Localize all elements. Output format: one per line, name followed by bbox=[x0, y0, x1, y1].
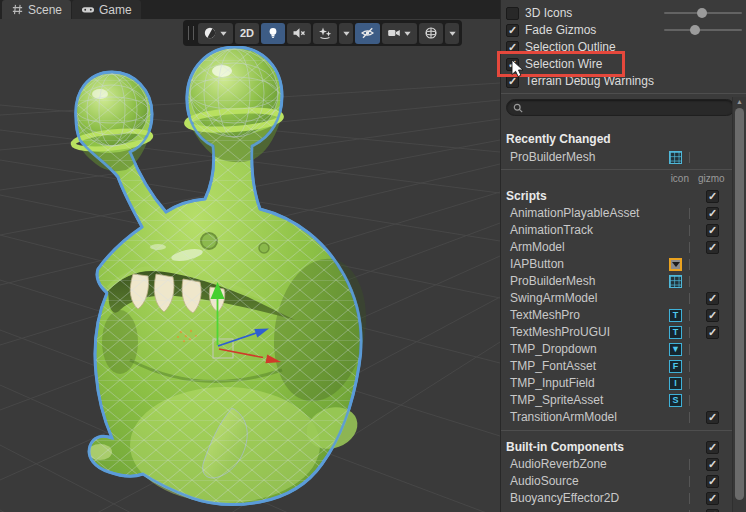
toolbar-drag-handle[interactable] bbox=[188, 26, 194, 40]
panel-scrollbar[interactable]: ▲ bbox=[732, 97, 746, 512]
gizmo-list-row[interactable]: TMP_InputFieldI bbox=[501, 375, 733, 392]
recently-changed-list: ProBuilderMesh bbox=[501, 149, 733, 166]
gizmo-list-row[interactable]: TMP_SpriteAssetS bbox=[501, 392, 733, 409]
gizmo-checkbox[interactable]: ✓ bbox=[706, 207, 719, 220]
checkbox[interactable]: ✓ bbox=[506, 7, 519, 20]
probuilder-grid-icon[interactable] bbox=[669, 275, 682, 288]
chevron-down-icon bbox=[342, 29, 351, 38]
scene-toolbar: 2D bbox=[183, 20, 462, 46]
column-divider bbox=[689, 152, 690, 163]
column-divider bbox=[689, 225, 690, 236]
divider bbox=[501, 169, 746, 170]
gizmo-list-row[interactable]: AnimationTrack✓ bbox=[501, 222, 733, 239]
gizmo-list-row[interactable]: ✓ bbox=[501, 507, 733, 512]
gizmo-checkbox[interactable]: ✓ bbox=[706, 241, 719, 254]
gizmo-search[interactable] bbox=[506, 99, 735, 116]
tmp-icon[interactable]: F bbox=[669, 360, 682, 373]
tab-scene[interactable]: Scene bbox=[2, 0, 71, 19]
gizmo-list-row[interactable]: AudioReverbZone✓ bbox=[501, 456, 733, 473]
tmp-icon[interactable]: T bbox=[669, 326, 682, 339]
checkbox[interactable]: ✓ bbox=[506, 24, 519, 37]
gizmo-checkbox[interactable]: ✓ bbox=[706, 441, 719, 454]
gizmo-list-row[interactable]: AnimationPlayableAsset✓ bbox=[501, 205, 733, 222]
gizmo-list-row[interactable]: TMP_Dropdown▼ bbox=[501, 341, 733, 358]
gizmo-checkbox[interactable]: ✓ bbox=[706, 326, 719, 339]
row-name: IAPButton bbox=[510, 256, 564, 273]
gizmo-list-row[interactable]: TextMeshProT✓ bbox=[501, 307, 733, 324]
gizmo-checkbox[interactable]: ✓ bbox=[706, 411, 719, 424]
scene-audio-button[interactable] bbox=[287, 23, 311, 44]
tab-game-label: Game bbox=[99, 3, 132, 17]
shading-mode-button[interactable] bbox=[198, 23, 233, 44]
slider[interactable] bbox=[664, 8, 742, 18]
toggle-3d-icons: ✓3D Icons bbox=[506, 5, 572, 22]
gizmo-checkbox[interactable]: ✓ bbox=[706, 292, 719, 305]
hidden-objects-button[interactable] bbox=[355, 23, 380, 44]
gizmos-button[interactable] bbox=[419, 23, 443, 44]
tmp-icon[interactable]: S bbox=[669, 394, 682, 407]
section-header-row[interactable]: Scripts✓ bbox=[501, 188, 733, 205]
row-name: BuoyancyEffector2D bbox=[510, 490, 619, 507]
scrollbar-up-arrow[interactable]: ▲ bbox=[733, 97, 746, 107]
column-divider bbox=[689, 259, 690, 270]
mouse-cursor bbox=[511, 59, 524, 78]
camera-button[interactable] bbox=[382, 23, 417, 44]
iap-button-icon[interactable] bbox=[669, 258, 682, 271]
gizmo-list-row[interactable]: ProBuilderMesh bbox=[501, 273, 733, 290]
row-name: AnimationPlayableAsset bbox=[510, 205, 639, 222]
gizmo-checkbox[interactable]: ✓ bbox=[706, 309, 719, 322]
unity-editor-window: Scene Game 2D ✓3D Icons✓Fade Gizmos✓Sele… bbox=[0, 0, 746, 512]
gizmo-checkbox[interactable]: ✓ bbox=[706, 190, 719, 203]
column-divider bbox=[689, 208, 690, 219]
row-name: TMP_InputField bbox=[510, 375, 595, 392]
gizmo-checkbox[interactable]: ✓ bbox=[706, 224, 719, 237]
gizmo-list-row[interactable]: SwingArmModel✓ bbox=[501, 290, 733, 307]
search-input[interactable] bbox=[527, 102, 728, 114]
gizmo-list-row[interactable]: TMP_FontAssetF bbox=[501, 358, 733, 375]
sphere-icon bbox=[203, 26, 217, 40]
gizmo-list-row[interactable]: ProBuilderMesh bbox=[501, 149, 733, 166]
tab-scene-label: Scene bbox=[28, 3, 62, 17]
effects-dropdown-button[interactable] bbox=[339, 23, 353, 44]
gizmo-list-row[interactable]: AudioSource✓ bbox=[501, 473, 733, 490]
row-name: AnimationTrack bbox=[510, 222, 593, 239]
effects-button[interactable] bbox=[313, 23, 337, 44]
tmp-icon[interactable]: T bbox=[669, 309, 682, 322]
scene-viewport[interactable] bbox=[0, 0, 500, 512]
row-name: ProBuilderMesh bbox=[510, 273, 595, 290]
column-header-icon: icon bbox=[663, 173, 689, 184]
row-name: TextMeshProUGUI bbox=[510, 324, 610, 341]
row-name: TMP_SpriteAsset bbox=[510, 392, 603, 409]
gizmo-list-row[interactable]: BuoyancyEffector2D✓ bbox=[501, 490, 733, 507]
scene-lighting-button[interactable] bbox=[261, 23, 285, 44]
divider bbox=[501, 93, 746, 94]
column-divider bbox=[689, 361, 690, 372]
gizmo-checkbox[interactable]: ✓ bbox=[706, 458, 719, 471]
gizmo-list-row[interactable]: TextMeshProUGUIT✓ bbox=[501, 324, 733, 341]
gizmo-list-row[interactable]: ArmModel✓ bbox=[501, 239, 733, 256]
tmp-icon[interactable]: ▼ bbox=[669, 343, 682, 356]
slider-handle[interactable] bbox=[697, 8, 707, 18]
chevron-down-icon bbox=[448, 29, 457, 38]
gizmo-checkbox[interactable]: ✓ bbox=[706, 475, 719, 488]
probuilder-grid-icon[interactable] bbox=[669, 151, 682, 164]
column-divider bbox=[689, 459, 690, 470]
section-header-row[interactable]: Built-in Components✓ bbox=[501, 439, 733, 456]
gizmo-list-row[interactable]: TransitionArmModel✓ bbox=[501, 409, 733, 426]
camera-icon bbox=[387, 26, 401, 40]
gizmo-list-row[interactable]: IAPButton bbox=[501, 256, 733, 273]
2d-toggle-button[interactable]: 2D bbox=[235, 23, 259, 44]
gizmos-dropdown-button[interactable] bbox=[445, 23, 459, 44]
section-header: Built-in Components bbox=[506, 439, 624, 456]
slider[interactable] bbox=[664, 25, 742, 35]
row-name: ProBuilderMesh bbox=[510, 149, 595, 166]
slider-handle[interactable] bbox=[690, 25, 700, 35]
toggle-fade-gizmos: ✓Fade Gizmos bbox=[506, 22, 596, 39]
gizmo-checkbox[interactable]: ✓ bbox=[706, 492, 719, 505]
scrollbar-thumb[interactable] bbox=[735, 108, 744, 500]
tmp-icon[interactable]: I bbox=[669, 377, 682, 390]
column-divider bbox=[689, 242, 690, 253]
tab-game[interactable]: Game bbox=[72, 0, 141, 19]
2d-toggle-label: 2D bbox=[240, 27, 254, 39]
column-divider bbox=[689, 476, 690, 487]
